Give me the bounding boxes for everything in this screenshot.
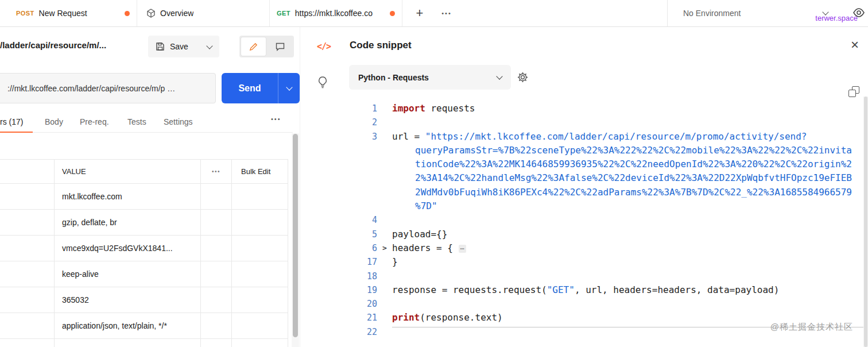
cell: [232, 339, 288, 347]
line-number: 3: [300, 130, 377, 144]
header-value-cell[interactable]: vmce9xdq=U2FsdGVkX1841...: [55, 236, 201, 261]
tab-overview[interactable]: Overview: [137, 0, 270, 26]
send-button[interactable]: Send: [222, 73, 300, 103]
code-text: print(response.text): [392, 311, 503, 325]
code-text: 2%3A14%2C%22handleMsg%22%3Afalse%2C%22de…: [392, 171, 852, 185]
fold-gutter: [377, 102, 392, 115]
settings-gear-icon[interactable]: [517, 72, 528, 83]
environment-selector[interactable]: No Environment: [683, 9, 741, 18]
header-key-cell[interactable]: [0, 261, 55, 287]
row-options-cell[interactable]: [201, 287, 232, 313]
scrollbar-track[interactable]: [863, 97, 868, 347]
chevron-down-icon[interactable]: [206, 43, 212, 49]
row-extra-cell[interactable]: [232, 236, 288, 261]
new-tab-button[interactable]: +: [411, 5, 428, 22]
fold-gutter: [377, 144, 392, 157]
request-tab-new-request[interactable]: POST New Request: [0, 0, 137, 26]
scrollbar-thumb[interactable]: [293, 134, 298, 337]
row-options-cell[interactable]: [201, 261, 232, 287]
copy-icon[interactable]: [848, 86, 861, 99]
code-line: 2WdMdv0bFuqiWh8iK86PEXc4%22%2C%22adParam…: [300, 186, 863, 199]
scrollbar-track[interactable]: [292, 133, 299, 347]
row-options-cell[interactable]: [201, 184, 232, 209]
row-extra-cell[interactable]: [232, 261, 288, 287]
close-icon[interactable]: ×: [846, 36, 864, 53]
fold-gutter: [377, 171, 392, 185]
cell: [0, 339, 55, 347]
line-number: 5: [300, 228, 377, 241]
fold-chevron-icon[interactable]: >: [377, 241, 392, 255]
code-text: payload={}: [392, 228, 447, 241]
table-row[interactable]: 365032: [0, 287, 288, 313]
unsaved-dot: [125, 11, 130, 16]
code-lines: 1import requests23url = "https://mkt.lkc…: [300, 102, 863, 339]
row-extra-cell[interactable]: [232, 287, 288, 313]
table-header-row: VALUE ••• Bulk Edit: [0, 159, 288, 184]
tab-title: Overview: [160, 9, 193, 18]
lightbulb-icon[interactable]: [317, 76, 328, 89]
header-key-cell[interactable]: [0, 210, 55, 235]
language-select[interactable]: Python - Requests: [349, 65, 511, 90]
line-number: 1: [300, 102, 377, 115]
comment-button[interactable]: [268, 37, 292, 56]
row-extra-cell[interactable]: [232, 184, 288, 209]
fold-gutter: [377, 255, 392, 269]
fold-gutter: [377, 297, 392, 311]
tab-pre-request[interactable]: Pre-req.: [80, 113, 109, 133]
tab-settings[interactable]: Settings: [164, 113, 193, 133]
header-key-cell[interactable]: [0, 313, 55, 338]
line-number: [300, 157, 377, 171]
edit-comment-group: [239, 36, 294, 57]
code-line: 17}: [300, 255, 863, 269]
code-text: tionCode%22%3A%22MK14646859936935%22%2C%…: [392, 157, 852, 171]
subtabs-more-options-icon[interactable]: •••: [271, 115, 281, 122]
table-row[interactable]: vmce9xdq=U2FsdGVkX1841...: [0, 236, 288, 261]
table-row[interactable]: application/json, text/plain, */*: [0, 313, 288, 339]
tab-headers[interactable]: rs (17): [0, 113, 33, 133]
header-key-cell[interactable]: [0, 236, 55, 261]
header-value-cell[interactable]: gzip, deflate, br: [55, 210, 201, 235]
edit-button[interactable]: [241, 37, 266, 56]
request-tab-get[interactable]: GET https://mkt.lkcoffee.co: [270, 0, 402, 26]
key-column-header: [0, 160, 55, 183]
code-line: 19response = requests.request("GET", url…: [300, 283, 863, 297]
tab-body[interactable]: Body: [45, 113, 63, 133]
tab-bar: POST New Request Overview GET https://mk…: [0, 0, 868, 27]
fold-gutter: [377, 283, 392, 297]
scrollbar-thumb[interactable]: [864, 97, 867, 347]
account-watermark: terwer.space: [815, 14, 858, 22]
header-key-cell[interactable]: [0, 287, 55, 313]
line-number: [300, 144, 377, 157]
header-value-cell[interactable]: mkt.lkcoffee.com: [55, 184, 201, 209]
header-key-cell[interactable]: [0, 184, 55, 209]
tab-tests[interactable]: Tests: [127, 113, 146, 133]
bulk-edit-button[interactable]: Bulk Edit: [232, 160, 288, 183]
table-row[interactable]: gzip, deflate, br: [0, 210, 288, 236]
code-text: %7D": [392, 199, 437, 213]
site-watermark: @稀土掘金技术社区: [770, 322, 853, 333]
row-options-cell[interactable]: [201, 210, 232, 235]
header-value-cell[interactable]: 365032: [55, 287, 201, 313]
row-extra-cell[interactable]: [232, 210, 288, 235]
send-options-button[interactable]: [278, 73, 300, 103]
fold-gutter: [377, 199, 392, 213]
table-row[interactable]: keep-alive: [0, 261, 288, 287]
fold-gutter: [377, 269, 392, 283]
request-name: /ladder/capi/resource/m/...: [0, 40, 137, 50]
row-options-cell[interactable]: [201, 236, 232, 261]
url-input[interactable]: ://mkt.lkcoffee.com/ladder/capi/resource…: [0, 73, 216, 103]
column-options-icon[interactable]: •••: [201, 160, 232, 183]
tab-more-options-icon[interactable]: •••: [437, 5, 456, 22]
pencil-icon: [249, 43, 258, 51]
header-value-cell[interactable]: keep-alive: [55, 261, 201, 287]
save-button[interactable]: Save: [148, 36, 219, 57]
line-number: 2: [300, 115, 377, 129]
header-value-cell[interactable]: application/json, text/plain, */*: [55, 313, 201, 338]
code-text: url = "https://mkt.lkcoffee.com/ladder/c…: [392, 130, 807, 144]
row-extra-cell[interactable]: [232, 313, 288, 338]
code-line: 4: [300, 213, 863, 227]
table-row[interactable]: mkt.lkcoffee.com: [0, 184, 288, 210]
code-line: queryParamsStr=%7B%22sceneType%22%3A%222…: [300, 144, 863, 157]
panel-title: Code snippet: [350, 40, 412, 51]
row-options-cell[interactable]: [201, 313, 232, 338]
